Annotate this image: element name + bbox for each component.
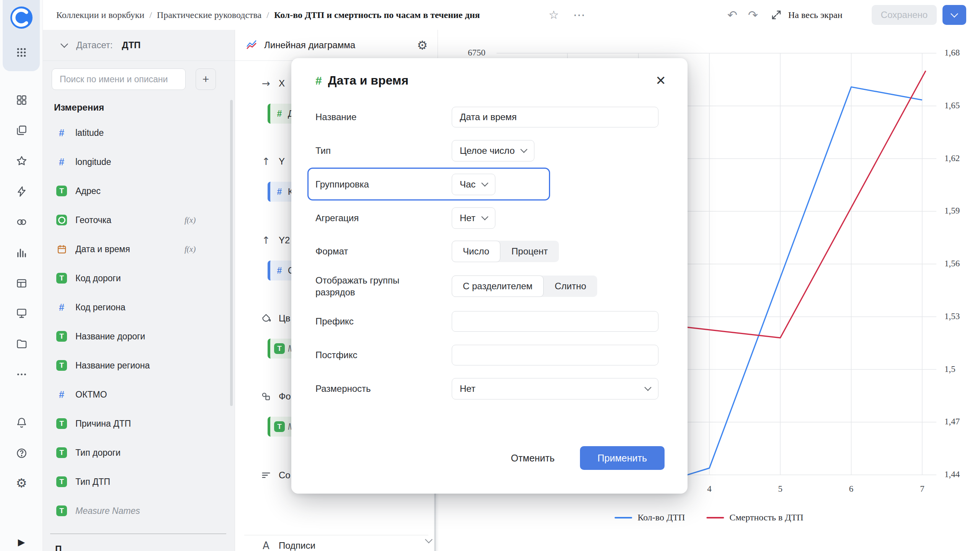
breadcrumb-separator: / — [149, 10, 152, 20]
breadcrumb-item[interactable]: Коллекции и воркбуки — [56, 10, 144, 20]
field-name: Тип ДТП — [75, 477, 110, 487]
postfix-field-label: Постфикс — [315, 349, 452, 361]
geopoint-type-icon — [56, 215, 67, 225]
folder-icon[interactable] — [13, 335, 30, 352]
field-row[interactable]: TТип ДТП — [42, 467, 235, 496]
section-label: Цв — [279, 313, 291, 324]
field-row[interactable]: Дата и времяf(x) — [42, 235, 235, 264]
bell-icon[interactable] — [13, 414, 30, 431]
dataset-header[interactable]: Датасет: ДТП — [42, 30, 235, 61]
datalens-logo-icon — [9, 5, 34, 30]
fullscreen-label[interactable]: На весь экран — [788, 0, 842, 30]
postfix-field-row: Постфикс — [315, 338, 658, 372]
number-type-icon: # — [274, 109, 285, 119]
segment-option[interactable]: Процент — [500, 241, 559, 262]
breadcrumb-item[interactable]: Практические руководства — [157, 10, 261, 20]
number-type-icon: # — [56, 302, 67, 313]
dimensions-section-title: Измерения — [54, 100, 235, 115]
aggregation-select[interactable]: Нет — [452, 207, 495, 229]
number-type-icon: # — [274, 266, 285, 276]
table-icon[interactable] — [13, 275, 30, 292]
legend-item[interactable]: Кол-во ДТП — [614, 512, 685, 523]
datalens-logo[interactable] — [9, 5, 34, 30]
fullscreen-icon[interactable] — [771, 0, 782, 30]
chart-type-header: Линейная диаграмма ⚙ — [235, 30, 438, 61]
four-squares-icon[interactable] — [13, 91, 30, 108]
segment-option[interactable]: Число — [452, 241, 500, 262]
field-name: Адрес — [75, 186, 101, 196]
number-type-icon: # — [56, 156, 67, 168]
left-rail: ⚙ ▶ — [0, 0, 43, 551]
field-row[interactable]: #Код региона — [42, 293, 235, 322]
name-input[interactable] — [452, 107, 658, 127]
text-type-icon: T — [274, 343, 285, 354]
close-icon[interactable]: ✕ — [653, 73, 668, 88]
grouping-select[interactable]: Час — [452, 174, 495, 195]
dataset-name[interactable]: ДТП — [122, 40, 140, 51]
add-field-button[interactable]: + — [196, 68, 216, 90]
format-segmented-control: ЧислоПроцент — [452, 241, 559, 262]
y-right-tick-label: 1,5 — [944, 364, 956, 374]
save-menu-button[interactable] — [942, 5, 966, 25]
top-bar: Коллекции и воркбуки / Практические руко… — [42, 0, 980, 30]
apply-button[interactable]: Применить — [580, 446, 665, 470]
field-row[interactable]: TАдрес — [42, 176, 235, 205]
y-right-tick-label: 1,53 — [944, 311, 960, 321]
dimension-select-value: Нет — [460, 383, 475, 394]
field-name: Причина ДТП — [75, 419, 131, 429]
gear-icon[interactable]: ⚙ — [13, 474, 30, 491]
digit-groups-field-row: Отображать группы разрядов С разделителе… — [315, 268, 658, 305]
field-row[interactable]: TТип дороги — [42, 438, 235, 467]
field-row[interactable]: #ОКТМО — [42, 380, 235, 409]
stacked-squares-icon[interactable] — [13, 122, 30, 139]
redo-icon[interactable]: ↷ — [748, 0, 758, 30]
star-icon[interactable] — [13, 152, 30, 169]
saved-button[interactable]: Сохранено — [872, 5, 937, 25]
section-label: Y2 — [279, 235, 290, 246]
breadcrumb-separator: / — [266, 10, 269, 20]
chart-type-label[interactable]: Линейная диаграмма — [264, 40, 355, 51]
bar-chart-icon[interactable] — [13, 244, 30, 261]
y-axis-arrow-icon: ↑ — [260, 156, 272, 166]
two-circles-icon[interactable] — [13, 214, 30, 230]
chevron-down-icon — [644, 384, 651, 391]
apps-grid-icon[interactable] — [13, 44, 30, 61]
field-row[interactable]: TПричина ДТП — [42, 409, 235, 438]
number-type-icon: # — [56, 389, 67, 400]
monitor-icon[interactable] — [13, 305, 30, 321]
type-select[interactable]: Целое число — [452, 140, 534, 161]
play-icon[interactable]: ▶ — [13, 534, 30, 551]
legend-line-swatch — [706, 517, 724, 518]
dataset-scrollbar[interactable] — [230, 100, 233, 406]
section-header[interactable]: АПодписи — [235, 538, 438, 551]
question-icon[interactable] — [13, 445, 30, 461]
segment-option[interactable]: С разделителем — [452, 276, 544, 297]
cancel-button[interactable]: Отменить — [501, 446, 565, 470]
ellipsis-icon[interactable] — [13, 366, 30, 383]
postfix-input[interactable] — [452, 345, 658, 365]
more-options-icon[interactable]: ⋯ — [573, 0, 585, 30]
field-row[interactable]: TНазвание региона — [42, 351, 235, 380]
field-row[interactable]: TКод дороги — [42, 264, 235, 293]
y-left-tick-label: 6750 — [438, 48, 485, 58]
legend-item[interactable]: Смертность в ДТП — [706, 512, 803, 523]
field-row[interactable]: TMeasure Names — [42, 496, 235, 525]
dimension-select[interactable]: Нет — [452, 378, 658, 399]
prefix-input[interactable] — [452, 311, 658, 332]
dialog-title-text: Дата и время — [328, 73, 408, 88]
favorite-star-icon[interactable]: ☆ — [549, 0, 559, 30]
field-row[interactable]: Геоточкаf(x) — [42, 205, 235, 235]
chevron-down-icon — [481, 213, 488, 220]
chevron-down-icon — [521, 146, 528, 153]
gear-icon[interactable]: ⚙ — [417, 39, 428, 51]
lightning-icon[interactable] — [13, 183, 30, 200]
search-input[interactable] — [52, 68, 186, 90]
line-chart-type-icon[interactable] — [246, 39, 257, 52]
formula-badge: f(x) — [185, 245, 196, 254]
field-row[interactable]: #longitude — [42, 147, 235, 176]
field-row[interactable]: #latitude — [42, 118, 235, 147]
field-row[interactable]: TНазвание дороги — [42, 322, 235, 351]
segment-option[interactable]: Слитно — [544, 276, 597, 297]
undo-icon[interactable]: ↶ — [727, 0, 737, 30]
number-type-icon: # — [315, 74, 322, 87]
